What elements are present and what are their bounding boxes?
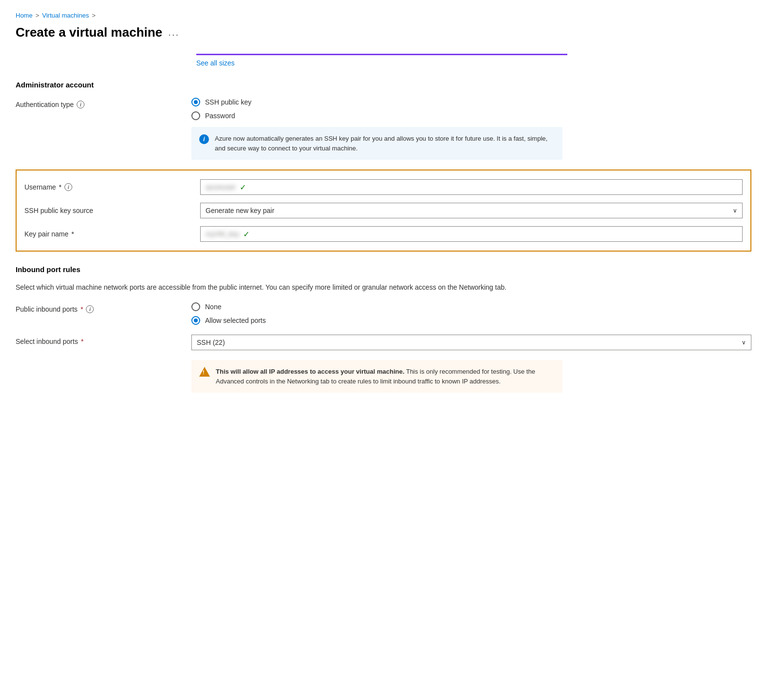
key-pair-name-value: myVM_key [206,230,239,238]
username-label: Username * i [24,183,200,191]
radio-ssh-inner [194,100,198,104]
select-ports-label: Select inbound ports * [16,335,191,345]
ssh-key-source-dropdown[interactable]: Generate new key pair ∨ [200,203,743,218]
key-pair-name-row: Key pair name * myVM_key ✓ [24,226,743,242]
key-pair-name-label: Key pair name * [24,230,200,238]
radio-none[interactable]: None [191,302,562,311]
info-box-icon: i [199,134,209,144]
radio-password-outer[interactable] [191,111,200,120]
radio-ssh-public-key[interactable]: SSH public key [191,98,562,106]
select-ports-chevron-icon: ∨ [742,339,746,346]
key-pair-check-icon: ✓ [243,230,249,239]
key-pair-name-input-wrapper[interactable]: myVM_key ✓ [200,226,743,242]
ssh-key-source-chevron-icon: ∨ [733,207,737,214]
public-ports-label: Public inbound ports * i [16,302,191,313]
warning-text-bold: This will allow all IP addresses to acce… [216,368,404,375]
auth-type-options: SSH public key Password i Azure now auto… [191,98,562,160]
inbound-rules-title: Inbound port rules [16,265,751,274]
select-ports-dropdown[interactable]: SSH (22) ∨ [191,335,751,350]
credentials-box: Username * i azureuser ✓ SSH public key … [16,170,751,252]
public-ports-info-icon[interactable]: i [86,305,94,313]
page-title-ellipsis[interactable]: ... [168,27,180,38]
username-input-wrapper[interactable]: azureuser ✓ [200,179,743,195]
public-ports-radio-group: None Allow selected ports [191,302,562,325]
breadcrumb-virtual-machines[interactable]: Virtual machines [42,12,89,19]
select-ports-required: * [81,338,83,345]
ssh-info-box: i Azure now automatically generates an S… [191,127,562,160]
select-ports-value: SSH (22) [197,339,225,346]
see-all-sizes-link-area: See all sizes [196,59,751,67]
radio-password[interactable]: Password [191,111,562,120]
public-ports-required: * [81,305,83,313]
breadcrumb-sep2: > [92,12,96,19]
auth-type-radio-group: SSH public key Password [191,98,562,120]
warning-text: This will allow all IP addresses to acce… [216,367,555,386]
radio-allow-inner [194,318,198,322]
auth-type-row: Authentication type i SSH public key Pas… [16,98,751,160]
ssh-key-source-value: Generate new key pair [206,207,274,214]
breadcrumb-home[interactable]: Home [16,12,33,19]
radio-password-label: Password [205,112,235,120]
auth-type-label: Authentication type i [16,98,191,108]
username-check-icon: ✓ [240,183,246,192]
ssh-key-source-row: SSH public key source Generate new key p… [24,203,743,218]
section-divider [196,54,567,55]
breadcrumb-sep1: > [36,12,40,19]
radio-allow-outer[interactable] [191,316,200,325]
auth-type-info-icon[interactable]: i [77,101,84,108]
warning-triangle-icon [199,367,210,377]
radio-allow-label: Allow selected ports [205,317,266,324]
radio-none-label: None [205,303,221,311]
admin-account-section: Administrator account Authentication typ… [16,81,751,252]
select-ports-row: Select inbound ports * SSH (22) ∨ [16,335,751,350]
radio-ssh-label: SSH public key [205,98,251,106]
public-ports-options: None Allow selected ports [191,302,562,325]
public-ports-row: Public inbound ports * i None Allow sele… [16,302,751,325]
key-pair-required: * [71,230,74,238]
radio-ssh-outer[interactable] [191,98,200,106]
page-title-area: Create a virtual machine ... [16,25,751,40]
inbound-rules-description: Select which virtual machine network por… [16,282,553,293]
admin-account-title: Administrator account [16,81,751,89]
ssh-key-source-label: SSH public key source [24,207,200,214]
username-required: * [59,183,62,191]
radio-none-outer[interactable] [191,302,200,311]
breadcrumb: Home > Virtual machines > [16,12,751,19]
username-row: Username * i azureuser ✓ [24,179,743,195]
inbound-rules-section: Inbound port rules Select which virtual … [16,265,751,393]
radio-allow-selected[interactable]: Allow selected ports [191,316,562,325]
page-title: Create a virtual machine [16,25,163,40]
username-value: azureuser [206,183,236,191]
username-info-icon[interactable]: i [64,183,72,191]
see-all-sizes-link[interactable]: See all sizes [196,59,235,67]
info-box-text: Azure now automatically generates an SSH… [215,134,555,153]
inbound-warning-box: This will allow all IP addresses to acce… [191,360,562,393]
